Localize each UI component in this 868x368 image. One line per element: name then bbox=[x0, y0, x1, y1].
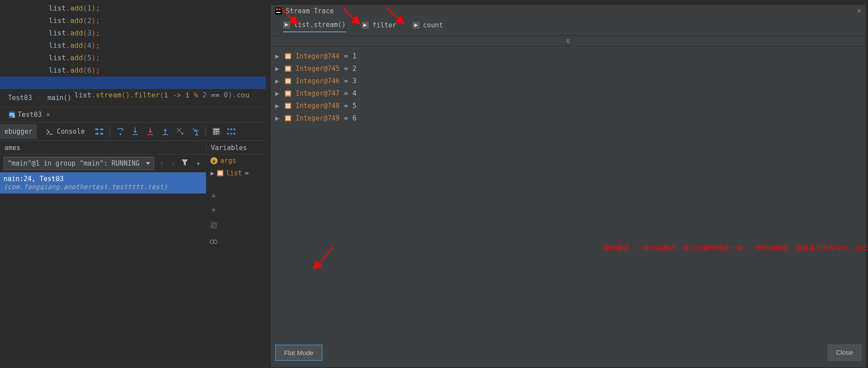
thread-picker: "main"@1 in group "main": RUNNING ↑ ↓ ＋ bbox=[0, 155, 206, 172]
debugger-toolbar: ebugger Console bbox=[0, 123, 266, 140]
code-line: list.add(4); bbox=[0, 39, 266, 52]
watch-icon[interactable] bbox=[210, 237, 218, 246]
expand-icon[interactable]: ▶ bbox=[275, 89, 280, 97]
trace-item[interactable]: ▶Integer@749=6 bbox=[275, 112, 861, 124]
tab-debugger[interactable]: ebugger bbox=[0, 124, 37, 139]
next-frame-icon[interactable]: ↓ bbox=[169, 159, 177, 167]
code-editor[interactable]: list.add(1); list.add(2); list.add(3); l… bbox=[0, 0, 266, 89]
stream-trace-dialog: Stream Trace × list.stream() filter coun… bbox=[270, 4, 866, 368]
svg-rect-51 bbox=[286, 68, 290, 69]
trace-tab-count[interactable]: count bbox=[413, 21, 443, 32]
svg-rect-48 bbox=[286, 57, 290, 58]
svg-rect-67 bbox=[286, 118, 290, 119]
svg-rect-42 bbox=[276, 8, 278, 10]
svg-rect-21 bbox=[214, 129, 219, 130]
play-icon bbox=[362, 22, 369, 29]
svg-rect-52 bbox=[286, 70, 290, 70]
svg-rect-36 bbox=[218, 174, 222, 175]
close-button[interactable]: Close bbox=[828, 345, 861, 361]
svg-rect-32 bbox=[234, 133, 235, 135]
svg-rect-1 bbox=[10, 113, 14, 114]
app-icon bbox=[275, 8, 282, 15]
variable-row[interactable]: p args bbox=[206, 155, 266, 167]
layout-icon[interactable] bbox=[94, 127, 104, 136]
drop-frame-icon[interactable] bbox=[175, 127, 185, 136]
dialog-title: Stream Trace bbox=[286, 7, 334, 15]
debug-run-tab[interactable]: Test03 × bbox=[4, 108, 54, 121]
breadcrumb-item[interactable]: main() bbox=[47, 94, 71, 102]
svg-rect-25 bbox=[214, 133, 215, 134]
copy-icon[interactable] bbox=[210, 221, 217, 230]
variable-row[interactable]: ▶ list = bbox=[206, 167, 266, 179]
step-into-icon[interactable] bbox=[130, 127, 140, 136]
param-icon: p bbox=[210, 157, 218, 164]
code-line: list.add(1); bbox=[0, 2, 266, 15]
svg-rect-15 bbox=[163, 134, 168, 135]
svg-rect-43 bbox=[279, 8, 280, 10]
code-line: list.add(3); bbox=[0, 27, 266, 39]
svg-rect-47 bbox=[286, 56, 290, 57]
expand-icon[interactable]: ▶ bbox=[275, 102, 280, 110]
down-icon[interactable]: ▼ bbox=[211, 206, 216, 214]
add-watch-icon[interactable]: ＋ bbox=[194, 159, 202, 168]
trace-item[interactable]: ▶Integer@746=3 bbox=[275, 75, 861, 87]
svg-point-40 bbox=[214, 240, 217, 244]
object-icon bbox=[285, 66, 291, 72]
svg-rect-4 bbox=[50, 134, 53, 135]
object-icon bbox=[285, 90, 291, 97]
object-icon bbox=[217, 170, 223, 176]
trace-item[interactable]: ▶Integer@744=1 bbox=[275, 50, 861, 62]
flat-mode-button[interactable]: Flat Mode bbox=[275, 345, 323, 361]
step-over-icon[interactable] bbox=[115, 127, 125, 136]
console-icon bbox=[47, 129, 53, 135]
svg-rect-13 bbox=[148, 134, 153, 135]
thread-dropdown[interactable]: "main"@1 in group "main": RUNNING bbox=[4, 157, 154, 170]
evaluate-icon[interactable] bbox=[211, 127, 221, 136]
trace-stream-icon[interactable] bbox=[226, 127, 236, 136]
breadcrumb-sep: 〉 bbox=[36, 94, 43, 102]
svg-rect-7 bbox=[95, 133, 98, 135]
frames-header: ames bbox=[0, 141, 206, 154]
svg-point-3 bbox=[12, 115, 15, 118]
stack-frame[interactable]: nain:24, Test03 (com.fangqiang.anotherte… bbox=[0, 172, 206, 194]
trace-tab-stream[interactable]: list.stream() bbox=[283, 21, 346, 32]
trace-item[interactable]: ▶Integer@747=4 bbox=[275, 87, 861, 100]
expand-icon[interactable]: ▶ bbox=[275, 52, 280, 60]
svg-rect-66 bbox=[286, 116, 290, 117]
svg-point-39 bbox=[210, 240, 214, 244]
svg-rect-64 bbox=[286, 107, 290, 108]
svg-rect-68 bbox=[286, 119, 290, 120]
expand-icon[interactable]: ▶ bbox=[210, 169, 214, 177]
annotation-text: 两种模式，一种分隔模式，每个步骤单独成一块；一种平铺模式，直接展开所有变化。自己… bbox=[603, 244, 868, 252]
run-to-cursor-icon[interactable] bbox=[191, 127, 200, 136]
trace-item[interactable]: ▶Integer@745=2 bbox=[275, 62, 861, 75]
expand-icon[interactable]: ▶ bbox=[275, 114, 280, 122]
svg-rect-38 bbox=[212, 223, 217, 229]
close-icon[interactable]: × bbox=[46, 111, 50, 119]
svg-rect-58 bbox=[286, 92, 290, 93]
svg-rect-35 bbox=[218, 173, 222, 174]
expand-icon[interactable]: ▶ bbox=[275, 77, 280, 85]
force-step-into-icon[interactable] bbox=[145, 127, 155, 136]
svg-rect-9 bbox=[120, 133, 121, 135]
code-line-selected: list.stream().filter(i -> i % 2 == 0).co… bbox=[0, 77, 266, 89]
debug-run-tabs: Test03 × bbox=[0, 107, 266, 123]
svg-rect-5 bbox=[95, 128, 98, 130]
svg-rect-30 bbox=[227, 133, 229, 135]
close-icon[interactable]: × bbox=[857, 7, 861, 15]
tab-console[interactable]: Console bbox=[42, 124, 89, 139]
filter-icon[interactable] bbox=[181, 159, 189, 167]
up-icon[interactable]: ▲ bbox=[211, 190, 216, 199]
svg-rect-62 bbox=[286, 104, 290, 105]
breadcrumb-item[interactable]: Test03 bbox=[8, 94, 32, 102]
svg-rect-23 bbox=[216, 131, 217, 132]
svg-rect-22 bbox=[214, 131, 215, 132]
trace-item[interactable]: ▶Integer@748=5 bbox=[275, 100, 861, 112]
prev-frame-icon[interactable]: ↑ bbox=[158, 159, 166, 167]
step-out-icon[interactable] bbox=[160, 127, 170, 136]
trace-tab-filter[interactable]: filter bbox=[362, 21, 396, 32]
svg-rect-24 bbox=[218, 131, 219, 132]
expand-icon[interactable]: ▶ bbox=[275, 65, 280, 73]
svg-rect-18 bbox=[195, 130, 199, 131]
svg-rect-26 bbox=[216, 133, 217, 134]
